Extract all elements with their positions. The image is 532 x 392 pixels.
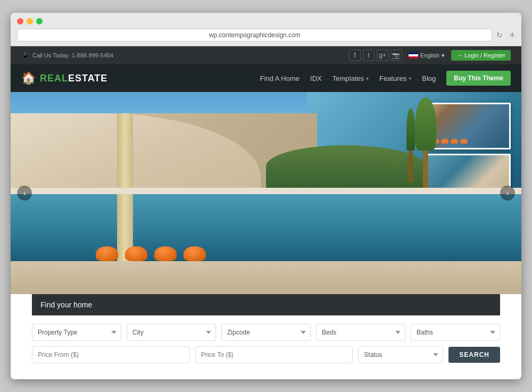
slide-next-button[interactable]: › (500, 186, 515, 201)
phone-label: Call Us Today: 1-888-999-5454 (32, 52, 113, 59)
price-from-input[interactable] (32, 346, 190, 363)
top-bar: 📱 Call Us Today: 1-888-999-5454 f t g+ 📷… (11, 46, 521, 64)
chair-2 (125, 246, 147, 261)
search-button[interactable]: SEARCH (448, 347, 500, 363)
top-bar-left: 📱 Call Us Today: 1-888-999-5454 (21, 52, 113, 59)
city-select[interactable]: City New York Los Angeles (127, 324, 216, 341)
login-label: Login / Register (464, 52, 505, 59)
search-header: Find your home (32, 294, 500, 315)
twitter-icon[interactable]: t (363, 49, 375, 61)
phone-icon: 📱 (21, 52, 29, 59)
thumbnail-1[interactable] (426, 103, 511, 149)
chair-4 (184, 246, 206, 261)
top-bar-right: f t g+ 📷 English ▾ → Login / Register (349, 49, 511, 61)
login-icon: → (456, 52, 462, 59)
search-row-1: Property Type House Apartment Condo City… (32, 324, 500, 341)
house-icon: 🏠 (21, 71, 36, 85)
nav-find-home[interactable]: Find A Home (260, 74, 300, 82)
instagram-icon[interactable]: 📷 (390, 49, 402, 61)
new-tab-button[interactable]: + (509, 30, 515, 41)
logo[interactable]: 🏠 REALESTATE (21, 71, 107, 85)
nav-templates[interactable]: Templates ▾ (332, 74, 369, 82)
floor (11, 261, 521, 294)
pool-edge (11, 188, 521, 194)
nav-links: Find A Home IDX Templates ▾ Features ▾ B… (260, 71, 511, 86)
slide-prev-button[interactable]: ‹ (17, 186, 32, 201)
social-icons: f t g+ 📷 (349, 49, 402, 61)
address-bar: ↻ + (17, 29, 515, 41)
refresh-button[interactable]: ↻ (496, 31, 503, 39)
tree-2 (415, 97, 436, 188)
chevron-down-icon: ▾ (442, 52, 445, 59)
browser-window: ↻ + 📱 Call Us Today: 1-888-999-5454 f t … (11, 13, 521, 379)
login-button[interactable]: → Login / Register (451, 50, 511, 61)
dot-close[interactable] (17, 18, 23, 24)
logo-highlight: REAL (40, 73, 68, 84)
thumbnail-gallery (426, 103, 511, 201)
facebook-icon[interactable]: f (349, 49, 361, 61)
search-row-2: Status For Sale For Rent Sold SEARCH (32, 346, 500, 363)
chair-1 (96, 246, 118, 261)
status-select[interactable]: Status For Sale For Rent Sold (358, 346, 443, 363)
main-nav: 🏠 REALESTATE Find A Home IDX Templates ▾… (11, 64, 521, 92)
language-label: English (420, 52, 439, 59)
chevron-down-icon: ▾ (366, 76, 369, 81)
nav-features[interactable]: Features ▾ (379, 74, 411, 82)
website-content: 📱 Call Us Today: 1-888-999-5454 f t g+ 📷… (11, 46, 521, 379)
buy-theme-button[interactable]: Buy This Theme (446, 71, 511, 86)
search-section: Find your home Property Type House Apart… (11, 294, 521, 379)
property-type-select[interactable]: Property Type House Apartment Condo (32, 324, 121, 341)
url-input[interactable] (17, 29, 492, 41)
search-header-label: Find your home (40, 301, 92, 309)
hero-section: ‹ › 1100 5TH AVENUE $1,295,000 (11, 92, 521, 294)
gplus-icon[interactable]: g+ (377, 49, 388, 61)
hills (266, 145, 426, 188)
zipcode-select[interactable]: Zipcode (221, 324, 311, 341)
dot-fullscreen[interactable] (36, 18, 43, 24)
beds-select[interactable]: Beds 1 2 3+ (316, 324, 405, 341)
chevron-down-icon: ▾ (409, 76, 411, 81)
pool (11, 193, 521, 262)
browser-chrome: ↻ + (11, 13, 521, 46)
nav-idx[interactable]: IDX (310, 74, 322, 82)
language-selector[interactable]: English ▾ (409, 52, 445, 59)
chair-3 (154, 246, 177, 261)
price-to-input[interactable] (195, 346, 353, 363)
logo-text: REALESTATE (40, 73, 107, 84)
flag-icon (409, 52, 418, 59)
dot-minimize[interactable] (27, 18, 33, 24)
browser-dots (17, 18, 515, 24)
baths-select[interactable]: Baths 1 2 3+ (411, 324, 500, 341)
nav-blog[interactable]: Blog (422, 74, 436, 82)
tree-1 (406, 108, 415, 182)
